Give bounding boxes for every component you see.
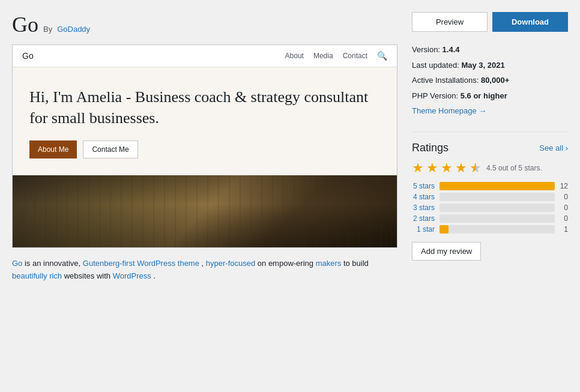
meta-installs-row: Active Installations: 80,000+ xyxy=(412,74,568,86)
action-buttons: Preview Download xyxy=(412,12,568,32)
theme-preview-frame: Go About Media Contact 🔍 Hi, I'm Amelia … xyxy=(12,44,397,248)
preview-nav: Go About Media Contact 🔍 xyxy=(13,45,397,67)
installs-label: Active Installations: xyxy=(412,76,479,85)
rating-bar-row-3: 3 stars 0 xyxy=(412,204,568,212)
theme-description: Go is an innovative, Gutenberg-first Wor… xyxy=(12,258,397,283)
meta-version-row: Version: 1.4.4 xyxy=(412,44,568,56)
preview-hero-title: Hi, I'm Amelia - Business coach & strate… xyxy=(29,86,380,128)
preview-about-me-button[interactable]: About Me xyxy=(29,140,77,158)
preview-nav-links: About Media Contact 🔍 xyxy=(285,51,387,61)
preview-image-overlay xyxy=(13,175,397,247)
rating-bar-count-4: 0 xyxy=(560,214,568,223)
desc-text-6: . xyxy=(153,271,156,280)
by-label: By xyxy=(43,25,52,34)
desc-gutenberg-link[interactable]: Gutenberg-first WordPress theme xyxy=(83,259,199,268)
rating-bar-track-4 xyxy=(440,214,555,223)
preview-site-name: Go xyxy=(22,51,34,61)
star-2: ★ xyxy=(426,160,438,176)
meta-section: Version: 1.4.4 Last updated: May 3, 2021… xyxy=(412,44,568,117)
star-average-row: ★ ★ ★ ★ ★ 4.5 out of 5 stars. xyxy=(412,160,568,176)
rating-bar-label-4[interactable]: 2 stars xyxy=(412,214,435,223)
rating-bar-row-2: 4 stars 0 xyxy=(412,193,568,201)
rating-bar-row-4: 2 stars 0 xyxy=(412,214,568,223)
theme-homepage-link[interactable]: Theme Homepage → xyxy=(412,106,486,115)
rating-bar-label-1[interactable]: 5 stars xyxy=(412,182,435,190)
desc-text-3: on empow-ering xyxy=(258,259,316,268)
rating-bar-label-2[interactable]: 4 stars xyxy=(412,193,435,201)
add-review-button[interactable]: Add my review xyxy=(412,242,481,261)
star-1: ★ xyxy=(412,160,424,176)
preview-hero: Hi, I'm Amelia - Business coach & strate… xyxy=(13,67,397,175)
version-value: 1.4.4 xyxy=(443,45,460,54)
rating-bar-label-5[interactable]: 1 star xyxy=(412,225,435,234)
desc-text-4: to build xyxy=(343,259,369,268)
rating-bar-count-3: 0 xyxy=(560,204,568,212)
rating-bar-label-3[interactable]: 3 stars xyxy=(412,204,435,212)
star-4: ★ xyxy=(455,160,467,176)
desc-hyper-link[interactable]: hyper-focused xyxy=(206,259,255,268)
php-value: 5.6 or higher xyxy=(461,91,507,100)
rating-bar-track-1 xyxy=(440,182,555,190)
star-3: ★ xyxy=(441,160,453,176)
ratings-title: Ratings xyxy=(412,142,449,154)
rating-bar-count-2: 0 xyxy=(560,193,568,201)
theme-title-bar: Go By GoDaddy xyxy=(12,12,397,37)
desc-text-2: , xyxy=(202,259,206,268)
rating-bar-fill-5 xyxy=(440,225,449,234)
search-icon[interactable]: 🔍 xyxy=(377,51,387,61)
meta-php-row: PHP Version: 5.6 or higher xyxy=(412,90,568,102)
rating-bar-track-5 xyxy=(440,225,555,234)
rating-bar-fill-1 xyxy=(440,182,555,190)
preview-btn-group: About Me Contact Me xyxy=(29,140,380,158)
right-column: Preview Download Version: 1.4.4 Last upd… xyxy=(412,12,568,261)
php-label: PHP Version: xyxy=(412,91,458,100)
ratings-header: Ratings See all › xyxy=(412,142,568,154)
preview-nav-media: Media xyxy=(313,52,333,60)
preview-button[interactable]: Preview xyxy=(412,12,488,32)
updated-value: May 3, 2021 xyxy=(461,61,504,70)
rating-bars: 5 stars 12 4 stars 0 3 stars 0 2 stars 0 xyxy=(412,182,568,234)
version-label: Version: xyxy=(412,45,440,54)
desc-makers-link[interactable]: makers xyxy=(316,259,342,268)
rating-bar-count-1: 12 xyxy=(560,182,568,190)
stars-summary: 4.5 out of 5 stars. xyxy=(486,164,542,172)
preview-nav-about: About xyxy=(285,52,304,60)
desc-wordpress-link[interactable]: WordPress xyxy=(113,271,151,280)
rating-bar-count-5: 1 xyxy=(560,225,568,234)
rating-bar-track-3 xyxy=(440,204,555,212)
left-column: Go By GoDaddy Go About Media Contact 🔍 H… xyxy=(12,12,397,283)
page-wrapper: Go By GoDaddy Go About Media Contact 🔍 H… xyxy=(0,0,580,295)
rating-bar-row-1: 5 stars 12 xyxy=(412,182,568,190)
main-content: Go By GoDaddy Go About Media Contact 🔍 H… xyxy=(12,12,568,283)
preview-image-area xyxy=(13,175,397,247)
desc-text-5: websites with xyxy=(64,271,113,280)
preview-contact-me-button[interactable]: Contact Me xyxy=(83,140,137,158)
author-link[interactable]: GoDaddy xyxy=(57,25,90,34)
theme-name: Go xyxy=(12,12,38,37)
rating-bar-track-2 xyxy=(440,193,555,201)
meta-homepage-row: Theme Homepage → xyxy=(412,105,568,117)
rating-bar-row-5: 1 star 1 xyxy=(412,225,568,234)
ratings-section: Ratings See all › ★ ★ ★ ★ ★ 4.5 out of 5… xyxy=(412,131,568,261)
desc-go-link[interactable]: Go xyxy=(12,259,22,268)
desc-beautiful-link[interactable]: beautifully rich xyxy=(12,271,62,280)
preview-nav-contact: Contact xyxy=(343,52,367,60)
star-half: ★ xyxy=(470,160,482,176)
desc-text-1: is an innovative, xyxy=(25,259,83,268)
download-button[interactable]: Download xyxy=(492,12,568,32)
updated-label: Last updated: xyxy=(412,61,459,70)
see-all-link[interactable]: See all › xyxy=(539,143,568,152)
meta-updated-row: Last updated: May 3, 2021 xyxy=(412,59,568,71)
installs-value: 80,000+ xyxy=(481,76,509,85)
